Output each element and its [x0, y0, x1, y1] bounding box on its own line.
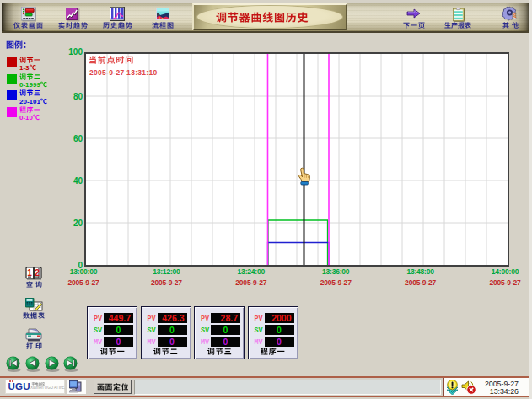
- svg-text:1: 1: [27, 268, 32, 278]
- svg-text:2: 2: [35, 268, 40, 278]
